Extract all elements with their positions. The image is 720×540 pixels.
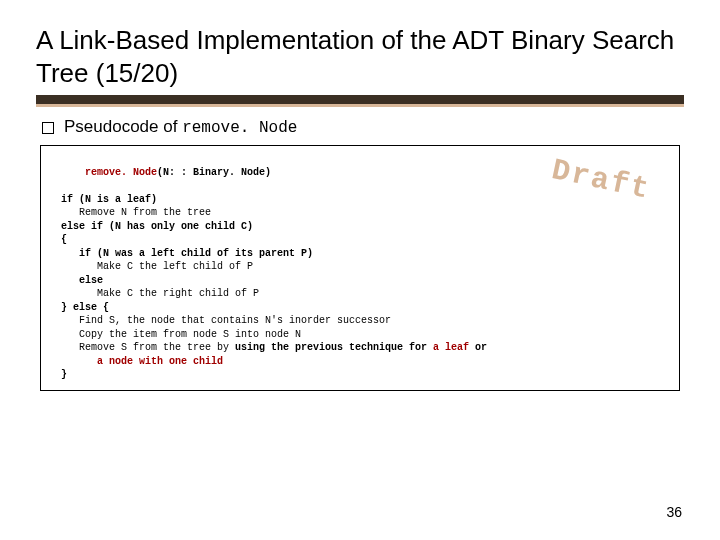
code-line: } xyxy=(61,369,67,380)
code-line: Find S, the node that contains N's inord… xyxy=(79,315,391,326)
code-line: else xyxy=(79,275,103,286)
code-line: else if (N has only one child C) xyxy=(61,221,253,232)
code-line: if (N was a left child of its parent P) xyxy=(79,248,313,259)
bullet-item: Pseudocode of remove. Node xyxy=(42,117,684,137)
title-rule-dark xyxy=(36,95,684,104)
code-line: Make C the left child of P xyxy=(97,261,253,272)
code-line: if (N is a leaf) xyxy=(61,194,157,205)
square-bullet-icon xyxy=(42,122,54,134)
code-line: Remove S from the tree by using the prev… xyxy=(79,342,487,353)
code-line: Copy the item from node S into node N xyxy=(79,329,301,340)
code-line: Make C the right child of P xyxy=(97,288,259,299)
code-fn-args: (N: : Binary. Node) xyxy=(157,167,271,178)
code-line: } else { xyxy=(61,302,109,313)
page-number: 36 xyxy=(666,504,682,520)
code-line: a node with one child xyxy=(97,356,223,367)
code-line: { xyxy=(61,234,67,245)
draft-watermark: Draft xyxy=(548,150,654,210)
pseudocode-box: Draftremove. Node(N: : Binary. Node) if … xyxy=(40,145,680,391)
slide-title: A Link-Based Implementation of the ADT B… xyxy=(36,24,684,89)
bullet-text: Pseudocode of remove. Node xyxy=(64,117,297,137)
code-line: Remove N from the tree xyxy=(79,207,211,218)
code-fn-name: remove. Node xyxy=(85,167,157,178)
